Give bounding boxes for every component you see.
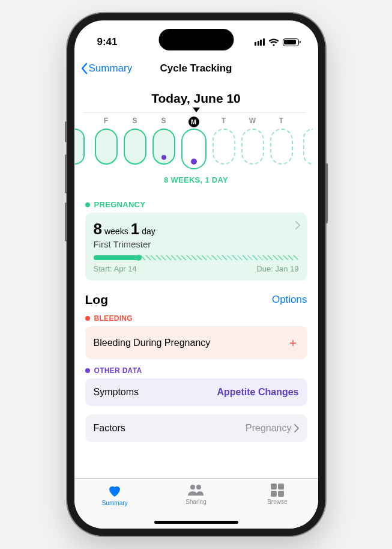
side-button-vol-up <box>65 154 67 193</box>
svg-point-1 <box>196 485 201 490</box>
tab-summary[interactable]: Summary <box>74 484 155 529</box>
day-pill-future <box>213 129 235 165</box>
bleeding-card[interactable]: Bleeding During Pregnancy ＋ <box>85 326 307 359</box>
battery-icon <box>283 38 299 46</box>
factors-value: Pregnancy <box>246 423 292 434</box>
day-thu[interactable]: T <box>270 117 293 169</box>
side-button-power <box>325 163 328 223</box>
grid-icon <box>271 484 284 497</box>
dot-icon <box>85 202 90 207</box>
day-pill <box>152 129 175 165</box>
phone-frame: 9:41 Summary Cycle Tracking Today, June … <box>67 13 325 536</box>
day-sat[interactable]: S <box>124 117 146 169</box>
symptoms-card[interactable]: Symptoms Appetite Changes <box>85 378 307 406</box>
day-sun[interactable]: S <box>152 117 175 169</box>
symptoms-value: Appetite Changes <box>217 387 298 398</box>
chevron-right-icon <box>295 221 300 232</box>
svg-rect-3 <box>278 484 284 490</box>
factors-card[interactable]: Factors Pregnancy <box>85 414 307 442</box>
day-pill-future <box>241 129 264 165</box>
gestation-label: 8 WEEKS, 1 DAY <box>85 175 307 184</box>
chevron-left-icon <box>80 62 88 74</box>
dynamic-island <box>158 29 234 50</box>
options-button[interactable]: Options <box>272 294 307 306</box>
day-wed[interactable]: W <box>241 117 264 169</box>
svg-rect-2 <box>271 484 277 490</box>
day-pill-future <box>270 129 293 165</box>
chevron-right-icon <box>294 424 299 432</box>
days-unit: day <box>142 226 155 236</box>
day-pill <box>95 129 118 165</box>
week-timeline[interactable]: . F S S M <box>83 112 305 169</box>
other-data-section-header: OTHER DATA <box>85 366 307 375</box>
svg-point-0 <box>190 485 195 490</box>
symptoms-label: Symptoms <box>94 387 139 398</box>
svg-rect-4 <box>271 491 277 497</box>
day-pill <box>124 129 146 165</box>
log-title: Log <box>85 293 108 307</box>
side-button-silent <box>65 121 67 142</box>
nav-bar: Summary Cycle Tracking <box>74 55 318 82</box>
bleeding-card-label: Bleeding During Pregnancy <box>94 338 211 348</box>
people-icon <box>187 484 205 497</box>
screen: 9:41 Summary Cycle Tracking Today, June … <box>74 20 318 529</box>
log-dot-icon <box>161 155 166 160</box>
dot-icon <box>85 316 90 321</box>
side-button-vol-down <box>65 202 67 241</box>
status-time: 9:41 <box>97 36 118 48</box>
factors-label: Factors <box>94 423 125 434</box>
days-number: 1 <box>131 220 139 238</box>
due-date-label: Due: Jan 19 <box>256 264 298 273</box>
pregnancy-section-header: PREGNANCY <box>85 200 307 209</box>
tab-browse[interactable]: Browse <box>237 484 318 529</box>
cellular-icon <box>255 38 265 46</box>
weeks-unit: weeks <box>104 226 128 236</box>
home-indicator[interactable] <box>154 521 238 524</box>
content-area: Today, June 10 . F S S <box>74 82 318 478</box>
pregnancy-progress-bar <box>94 255 299 260</box>
day-fri[interactable]: F <box>95 117 118 169</box>
bleeding-section-header: BLEEDING <box>85 314 307 323</box>
svg-rect-5 <box>278 491 284 497</box>
today-marker-icon <box>85 108 307 112</box>
log-dot-icon <box>191 159 197 165</box>
date-header: Today, June 10 <box>85 91 307 106</box>
page-title: Cycle Tracking <box>160 62 232 74</box>
day-pill-today <box>181 129 207 169</box>
day-pill-edge <box>303 129 313 165</box>
heart-icon <box>107 484 122 498</box>
day-pill-edge <box>75 129 85 165</box>
plus-icon: ＋ <box>287 335 299 351</box>
back-label: Summary <box>89 62 133 74</box>
pregnancy-card[interactable]: 8 weeks 1 day First Trimester Start: Apr… <box>85 213 307 281</box>
day-mon-today[interactable]: M <box>181 117 207 169</box>
day-tue[interactable]: T <box>213 117 235 169</box>
dot-icon <box>85 368 90 373</box>
back-button[interactable]: Summary <box>80 62 133 74</box>
weeks-number: 8 <box>94 220 102 238</box>
trimester-label: First Trimester <box>94 239 299 249</box>
start-date-label: Start: Apr 14 <box>94 264 137 273</box>
wifi-icon <box>268 38 279 46</box>
